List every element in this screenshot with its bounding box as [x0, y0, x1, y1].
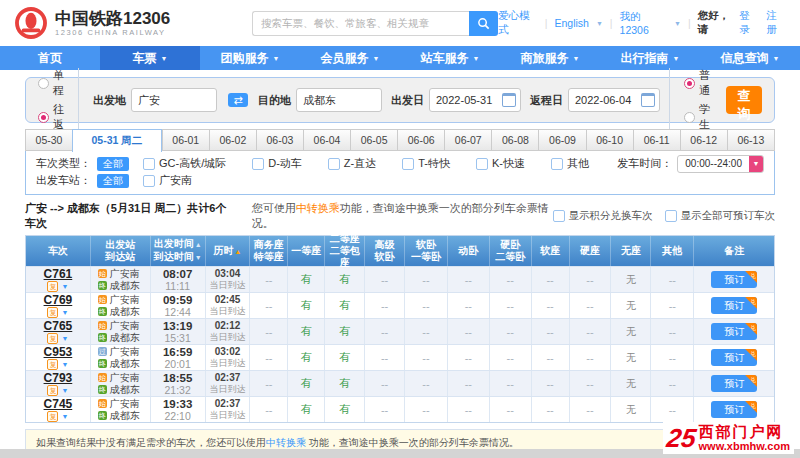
radio-selected-icon[interactable]: [684, 78, 695, 89]
checkbox-icon[interactable]: [328, 158, 340, 170]
date-tab-06-12[interactable]: 06-12: [680, 129, 727, 151]
radio-normal-passenger[interactable]: 普通: [684, 68, 710, 98]
train-type-checkbox[interactable]: K-快速: [476, 156, 525, 171]
swap-stations-icon[interactable]: ⇄: [228, 93, 248, 107]
watermark: 25 西部门户网 www.xbmhw.com: [663, 422, 794, 454]
date-tab-06-02[interactable]: 06-02: [209, 129, 256, 151]
train-number-link[interactable]: C769: [44, 294, 73, 306]
depart-time-select[interactable]: 00:00--24:00 ▼: [677, 155, 764, 173]
page: 中国铁路12306 12306 CHINA RAILWAY 爱心模式 | Eng…: [0, 0, 800, 458]
login-link[interactable]: 登录: [739, 9, 759, 37]
to-station: 成都东: [110, 332, 140, 344]
origin-station-icon: 始: [98, 321, 107, 330]
checkbox-icon[interactable]: [551, 158, 563, 170]
column-header-9: 软卧一等卧: [405, 236, 448, 266]
date-tab-06-08[interactable]: 06-08: [491, 129, 538, 151]
train-type-checkbox[interactable]: D-动车: [252, 156, 302, 171]
checkbox-icon[interactable]: [476, 158, 488, 170]
train-number-link[interactable]: C793: [44, 372, 73, 384]
transfer-link[interactable]: 中转换乘: [296, 202, 340, 214]
book-button[interactable]: 预订兑: [711, 349, 757, 366]
watermark-logo-icon: 25: [665, 425, 698, 451]
nav-item-7[interactable]: 出行指南▼: [600, 46, 700, 70]
date-tab-06-13[interactable]: 06-13: [727, 129, 775, 151]
train-number-link[interactable]: C761: [44, 268, 73, 280]
toggle-points-trains[interactable]: 显示积分兑换车次: [553, 209, 653, 223]
from-station: 广安南: [110, 268, 140, 280]
train-type-checkbox[interactable]: GC-高铁/城际: [143, 156, 226, 171]
expand-caret-icon[interactable]: ▼: [61, 413, 68, 420]
date-tab-06-07[interactable]: 06-07: [444, 129, 491, 151]
sort-icon[interactable]: ▼: [195, 254, 202, 261]
calendar-icon[interactable]: [502, 93, 516, 107]
nav-item-1[interactable]: 首页: [0, 46, 100, 70]
sort-icon[interactable]: ▲: [235, 248, 242, 255]
book-button[interactable]: 预订兑: [711, 297, 757, 314]
checkbox-icon[interactable]: [665, 210, 677, 222]
nav-item-3[interactable]: 团购服务▼: [200, 46, 300, 70]
checkbox-icon[interactable]: [143, 158, 155, 170]
date-tab-06-05[interactable]: 06-05: [350, 129, 397, 151]
seat-availability: --: [250, 319, 288, 344]
transfer-link[interactable]: 中转换乘: [266, 437, 306, 448]
train-type-checkbox[interactable]: Z-直达: [328, 156, 376, 171]
train-type-checkbox[interactable]: T-特快: [402, 156, 450, 171]
search-button[interactable]: [469, 11, 498, 36]
radio-student-passenger[interactable]: 学生: [684, 102, 710, 132]
checkbox-icon[interactable]: [252, 158, 264, 170]
column-header-3[interactable]: 出发时间▲到达时间▼: [151, 236, 206, 266]
train-type-all-badge[interactable]: 全部: [97, 157, 129, 171]
search-input[interactable]: [252, 11, 469, 36]
sort-icon[interactable]: ▲: [195, 241, 202, 248]
checkbox-icon[interactable]: [143, 175, 155, 187]
train-number-link[interactable]: C765: [44, 320, 73, 332]
expand-caret-icon[interactable]: ▼: [61, 283, 68, 290]
date-tab-06-11[interactable]: 06-11: [633, 129, 680, 151]
date-tab-06-01[interactable]: 06-01: [162, 129, 209, 151]
calendar-icon[interactable]: [641, 93, 655, 107]
nav-item-2[interactable]: 车票▼: [100, 46, 200, 70]
seat-availability: --: [570, 319, 612, 344]
checkbox-icon[interactable]: [553, 210, 565, 222]
column-header-4[interactable]: 历时▲: [206, 236, 251, 266]
depart-station-all-badge[interactable]: 全部: [97, 174, 129, 188]
date-tab-05-30[interactable]: 05-30: [25, 129, 72, 151]
book-button[interactable]: 预订兑: [711, 375, 757, 392]
radio-icon[interactable]: [684, 112, 695, 123]
my12306-menu[interactable]: 我的12306: [620, 10, 667, 36]
book-button[interactable]: 预订兑: [711, 271, 757, 288]
radio-icon[interactable]: [38, 78, 49, 89]
train-number-link[interactable]: C745: [44, 398, 73, 410]
date-tab-06-03[interactable]: 06-03: [256, 129, 303, 151]
date-tab-06-10[interactable]: 06-10: [586, 129, 633, 151]
book-button[interactable]: 预订兑: [711, 401, 757, 418]
radio-one-way[interactable]: 单程: [38, 68, 64, 98]
expand-caret-icon[interactable]: ▼: [61, 361, 68, 368]
toggle-all-bookable[interactable]: 显示全部可预订车次: [665, 209, 776, 223]
date-tab-06-04[interactable]: 06-04: [303, 129, 350, 151]
depart-station-checkbox[interactable]: 广安南: [143, 173, 192, 188]
query-button[interactable]: 查询: [726, 86, 762, 114]
language-menu[interactable]: English: [554, 17, 588, 29]
expand-caret-icon[interactable]: ▼: [61, 335, 68, 342]
care-mode-link[interactable]: 爱心模式: [498, 9, 538, 37]
from-station-input[interactable]: [131, 88, 217, 112]
date-tab-06-09[interactable]: 06-09: [538, 129, 585, 151]
expand-caret-icon[interactable]: ▼: [61, 309, 68, 316]
date-tab-06-06[interactable]: 06-06: [397, 129, 444, 151]
train-type-checkbox[interactable]: 其他: [551, 156, 589, 171]
book-button[interactable]: 预订兑: [711, 323, 757, 340]
checkbox-icon[interactable]: [402, 158, 414, 170]
expand-caret-icon[interactable]: ▼: [61, 387, 68, 394]
nav-item-6[interactable]: 商旅服务▼: [500, 46, 600, 70]
nav-item-5[interactable]: 站车服务▼: [400, 46, 500, 70]
to-station-input[interactable]: [296, 88, 382, 112]
radio-round-trip[interactable]: 往返: [38, 102, 64, 132]
nav-item-8[interactable]: 信息查询▼: [700, 46, 800, 70]
date-tab-05-31[interactable]: 05-31 周二: [72, 129, 162, 152]
radio-selected-icon[interactable]: [38, 112, 49, 123]
logo[interactable]: 中国铁路12306 12306 CHINA RAILWAY: [14, 6, 246, 40]
register-link[interactable]: 注册: [766, 9, 786, 37]
train-number-link[interactable]: C953: [44, 346, 73, 358]
nav-item-4[interactable]: 会员服务▼: [300, 46, 400, 70]
